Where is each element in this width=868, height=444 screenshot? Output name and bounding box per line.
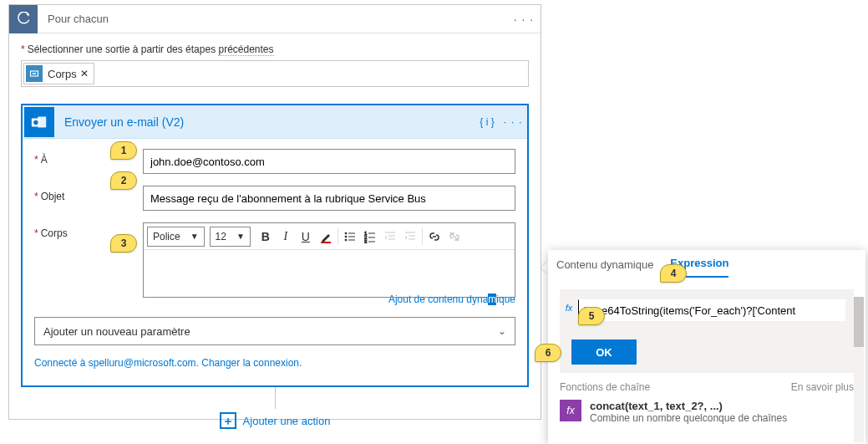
expression-tabs: Contenu dynamique Expression [548,250,865,278]
italic-button[interactable]: I [276,227,296,247]
fx-func-icon: fx [560,400,581,421]
email-header: Envoyer un e-mail (V2) { i } · · · [23,105,527,139]
token-label: Corps [48,68,77,80]
scrollbar-thumb[interactable] [854,297,864,347]
learn-more-link[interactable]: En savoir plus [791,381,854,393]
to-input[interactable] [143,149,515,174]
email-title: Envoyer un e-mail (V2) [54,115,475,129]
function-description: Combine un nombre quelconque de chaînes [590,412,787,424]
separator-icon [338,228,338,245]
foreach-more-button[interactable]: · · · [507,13,541,26]
email-form: *À *Objet *Corps [23,139,527,385]
email-more-button[interactable]: · · · [499,115,527,128]
email-card: Envoyer un e-mail (V2) { i } · · · *À *O… [21,104,529,387]
foreach-body: *Sélectionner une sortie à partir des ét… [9,33,541,436]
rte-toolbar: Police▼ 12▼ B I U [144,223,515,250]
add-dynamic-content-link[interactable]: Ajout de contenu dynamique [388,293,515,305]
separator-icon [422,228,423,245]
tab-dynamic-content[interactable]: Contenu dynamique [556,258,653,278]
underline-button[interactable]: U [296,227,316,247]
token-remove-icon[interactable]: ✕ [80,68,89,79]
select-output-label: *Sélectionner une sortie à partir des ét… [21,43,529,55]
link-button[interactable] [424,227,444,247]
expression-ok-button[interactable]: OK [571,339,637,365]
callout-1: 1 [110,141,137,160]
flyout-beak-icon [541,261,548,274]
callout-3: 3 [110,234,137,253]
svg-point-8 [345,236,347,237]
body-textarea[interactable] [144,250,515,297]
string-functions-heading: Fonctions de chaîne [560,381,650,393]
numbered-button[interactable]: 123 [360,227,380,247]
size-select[interactable]: 12▼ [210,227,251,247]
bold-button[interactable]: B [256,227,276,247]
unlink-button[interactable] [444,227,464,247]
function-signature: concat(text_1, text_2?, ...) [590,400,787,412]
chevron-down-icon: ⌄ [498,325,506,337]
subject-input[interactable] [143,186,515,211]
svg-point-10 [345,239,347,241]
connection-info-link[interactable]: Connecté à spelluru@microsoft.com. Chang… [34,357,515,369]
color-button[interactable] [316,227,336,247]
svg-rect-1 [33,73,37,74]
foreach-header: Pour chacun · · · [9,5,541,33]
service-bus-icon [26,65,43,82]
fx-icon: fx [563,303,575,313]
connector-line [275,387,276,409]
token-corps[interactable]: Corps ✕ [23,63,94,84]
peek-code-button[interactable]: { i } [475,116,499,128]
callout-6: 6 [535,344,561,362]
svg-point-6 [345,232,347,234]
font-select[interactable]: Police▼ [147,227,205,247]
bullets-button[interactable] [340,227,360,247]
svg-point-4 [33,120,38,125]
outlook-icon [24,107,54,137]
svg-rect-5 [321,242,331,243]
foreach-container: Pour chacun · · · *Sélectionner une sort… [8,4,541,420]
add-action-button[interactable]: ＋ Ajouter une action [220,412,331,429]
add-parameter-select[interactable]: Ajouter un nouveau paramètre ⌄ [34,317,515,345]
expression-panel: Contenu dynamique Expression fx OK Fonct… [548,250,865,444]
svg-text:3: 3 [364,239,368,243]
plus-icon: ＋ [220,412,236,429]
outdent-button[interactable] [380,227,400,247]
callout-2: 2 [110,171,137,190]
indent-button[interactable] [400,227,420,247]
callout-5: 5 [578,307,605,325]
select-output-input[interactable]: Corps ✕ [21,60,529,87]
loop-icon [9,5,38,33]
foreach-title: Pour chacun [38,13,507,25]
body-rte: Police▼ 12▼ B I U [143,222,515,298]
callout-4: 4 [660,264,687,283]
function-concat[interactable]: fx concat(text_1, text_2?, ...) Combine … [560,400,854,424]
expression-input[interactable] [578,299,845,321]
